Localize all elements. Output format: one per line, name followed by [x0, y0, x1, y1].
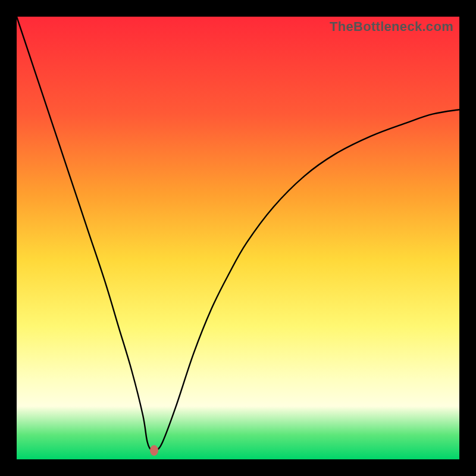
bottleneck-curve-path — [17, 17, 459, 452]
curve-svg — [17, 17, 459, 459]
plot-area: TheBottleneck.com — [17, 17, 459, 459]
chart-frame: TheBottleneck.com — [0, 0, 476, 476]
minimum-marker — [150, 445, 158, 456]
